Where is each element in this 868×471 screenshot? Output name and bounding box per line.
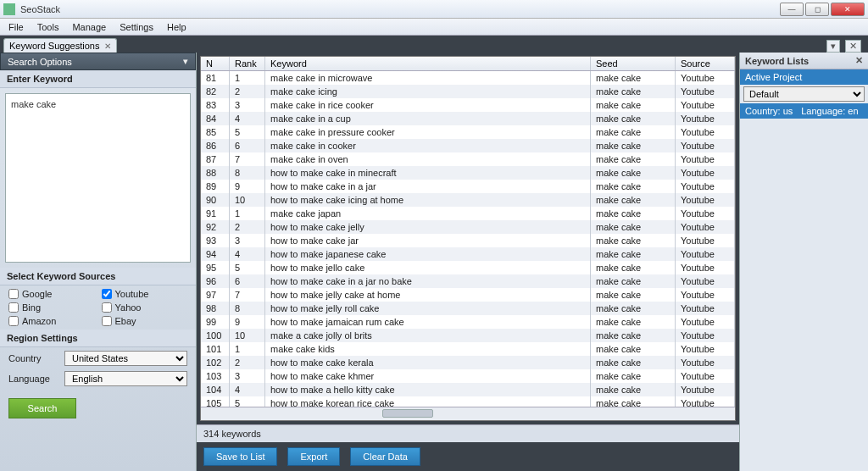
- tab-close-icon[interactable]: ✕: [104, 42, 111, 51]
- maximize-button[interactable]: ◻: [805, 3, 829, 16]
- cell-keyword: make cake in oven: [265, 152, 591, 166]
- save-to-list-button[interactable]: Save to List: [203, 447, 277, 466]
- table-row[interactable]: 911make cake japanmake cakeYoutube: [201, 207, 735, 220]
- bing-checkbox[interactable]: [8, 302, 19, 313]
- table-row[interactable]: 1055how to make korean rice cakemake cak…: [201, 396, 735, 407]
- menu-tools[interactable]: Tools: [31, 20, 66, 34]
- amazon-checkbox[interactable]: [8, 316, 19, 326]
- table-row[interactable]: 10010make a cake jolly ol britsmake cake…: [201, 329, 735, 342]
- cell-keyword: how to make cake jar: [265, 234, 591, 247]
- menu-help[interactable]: Help: [160, 20, 193, 34]
- close-right-panel-icon[interactable]: ✕: [855, 55, 863, 66]
- cell-seed: make cake: [591, 274, 676, 288]
- language-select[interactable]: English: [64, 371, 187, 386]
- status-bar: 314 keywords: [197, 424, 739, 442]
- source-yahoo[interactable]: Yahoo: [102, 302, 188, 313]
- tab-keyword-suggestions[interactable]: Keyword Suggestions ✕: [3, 38, 117, 53]
- cell-seed: make cake: [591, 125, 676, 139]
- col-source[interactable]: Source: [676, 57, 735, 70]
- table-row[interactable]: 877make cake in ovenmake cakeYoutube: [201, 152, 735, 166]
- source-youtube[interactable]: Youtube: [102, 289, 188, 299]
- grid-body[interactable]: 811make cake in microwavemake cakeYoutub…: [201, 71, 735, 407]
- search-options-header[interactable]: Search Options ▾: [0, 53, 196, 70]
- table-row[interactable]: 1022how to make cake keralamake cakeYout…: [201, 356, 735, 369]
- cell-keyword: make cake in rice cooker: [265, 98, 591, 112]
- cell-source: Youtube: [676, 302, 735, 315]
- menubar: File Tools Manage Settings Help: [0, 19, 868, 36]
- table-row[interactable]: 9010how to make cake icing at homemake c…: [201, 193, 735, 207]
- table-row[interactable]: 822make cake icingmake cakeYoutube: [201, 85, 735, 98]
- region-label: Region Settings: [0, 330, 196, 347]
- table-row[interactable]: 899how to make cake in a jarmake cakeYou…: [201, 180, 735, 193]
- source-bing[interactable]: Bing: [8, 302, 95, 313]
- table-row[interactable]: 944how to make japanese cakemake cakeYou…: [201, 247, 735, 261]
- table-row[interactable]: 999how to make jamaican rum cakemake cak…: [201, 315, 735, 329]
- cell-seed: make cake: [591, 193, 676, 207]
- cell-n: 103: [201, 369, 230, 383]
- close-panel-icon[interactable]: ✕: [845, 40, 861, 53]
- table-row[interactable]: 833make cake in rice cookermake cakeYout…: [201, 98, 735, 112]
- cell-seed: make cake: [591, 315, 676, 329]
- cell-rank: 9: [230, 315, 265, 329]
- cell-source: Youtube: [676, 112, 735, 125]
- cell-rank: 5: [230, 125, 265, 139]
- cell-source: Youtube: [676, 193, 735, 207]
- enter-keyword-label: Enter Keyword: [0, 70, 196, 88]
- project-select[interactable]: Default: [743, 86, 865, 102]
- cell-rank: 7: [230, 288, 265, 302]
- cell-keyword: make cake in cooker: [265, 139, 591, 152]
- action-bar: Save to List Export Clear Data: [197, 442, 739, 471]
- minimize-button[interactable]: —: [780, 3, 804, 16]
- table-row[interactable]: 988how to make jelly roll cakemake cakeY…: [201, 302, 735, 315]
- table-row[interactable]: 1011make cake kidsmake cakeYoutube: [201, 342, 735, 356]
- col-seed[interactable]: Seed: [591, 57, 676, 70]
- youtube-checkbox[interactable]: [102, 289, 112, 299]
- table-row[interactable]: 955how to make jello cakemake cakeYoutub…: [201, 261, 735, 274]
- scroll-thumb[interactable]: [382, 409, 433, 418]
- cell-n: 87: [201, 152, 230, 166]
- close-button[interactable]: ✕: [831, 3, 865, 16]
- cell-rank: 5: [230, 261, 265, 274]
- project-meta: Country: us Language: en: [740, 103, 868, 119]
- cell-keyword: how to make cake in minecraft: [265, 166, 591, 180]
- menu-file[interactable]: File: [2, 20, 31, 34]
- table-row[interactable]: 811make cake in microwavemake cakeYoutub…: [201, 71, 735, 85]
- col-n[interactable]: N: [201, 57, 230, 70]
- google-checkbox[interactable]: [8, 289, 19, 299]
- cell-keyword: how to make jelly cake at home: [265, 288, 591, 302]
- table-row[interactable]: 866make cake in cookermake cakeYoutube: [201, 139, 735, 152]
- table-row[interactable]: 1033how to make cake khmermake cakeYoutu…: [201, 369, 735, 383]
- table-row[interactable]: 855make cake in pressure cookermake cake…: [201, 125, 735, 139]
- cell-keyword: how to make jello cake: [265, 261, 591, 274]
- menu-manage[interactable]: Manage: [65, 20, 113, 34]
- table-row[interactable]: 933how to make cake jarmake cakeYoutube: [201, 234, 735, 247]
- cell-rank: 8: [230, 302, 265, 315]
- horizontal-scrollbar[interactable]: [201, 407, 735, 420]
- table-row[interactable]: 888how to make cake in minecraftmake cak…: [201, 166, 735, 180]
- cell-rank: 3: [230, 98, 265, 112]
- cell-keyword: how to make cake jelly: [265, 220, 591, 234]
- cell-seed: make cake: [591, 234, 676, 247]
- source-google[interactable]: Google: [8, 289, 95, 299]
- table-row[interactable]: 1044how to make a hello kitty cakemake c…: [201, 383, 735, 396]
- export-button[interactable]: Export: [287, 447, 340, 466]
- table-row[interactable]: 844make cake in a cupmake cakeYoutube: [201, 112, 735, 125]
- ebay-checkbox[interactable]: [102, 316, 112, 326]
- clear-data-button[interactable]: Clear Data: [350, 447, 420, 466]
- col-keyword[interactable]: Keyword: [265, 57, 591, 70]
- cell-source: Youtube: [676, 396, 735, 407]
- table-row[interactable]: 966how to make cake in a jar no bakemake…: [201, 274, 735, 288]
- menu-settings[interactable]: Settings: [113, 20, 160, 34]
- country-select[interactable]: United States: [64, 351, 187, 366]
- source-ebay[interactable]: Ebay: [102, 316, 188, 326]
- collapse-icon[interactable]: ▾: [183, 56, 188, 67]
- minimize-panel-icon[interactable]: ▾: [826, 40, 840, 53]
- yahoo-checkbox[interactable]: [102, 302, 112, 313]
- table-row[interactable]: 977how to make jelly cake at homemake ca…: [201, 288, 735, 302]
- keyword-input[interactable]: make cake: [5, 93, 191, 263]
- table-row[interactable]: 922how to make cake jellymake cakeYoutub…: [201, 220, 735, 234]
- col-rank[interactable]: Rank: [230, 57, 265, 70]
- cell-rank: 3: [230, 234, 265, 247]
- search-button[interactable]: Search: [8, 398, 76, 418]
- source-amazon[interactable]: Amazon: [8, 316, 95, 326]
